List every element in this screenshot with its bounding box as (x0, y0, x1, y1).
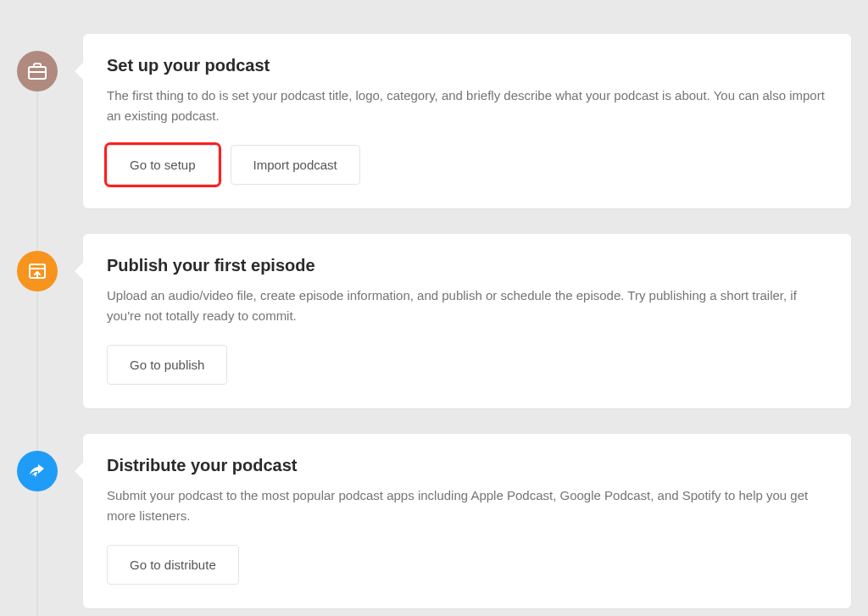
import-podcast-button[interactable]: Import podcast (231, 145, 360, 185)
go-to-distribute-button[interactable]: Go to distribute (107, 545, 239, 585)
step-publish: Publish your first episode Upload an aud… (17, 234, 851, 408)
setup-card-actions: Go to setup Import podcast (107, 145, 827, 185)
share-icon (17, 451, 58, 491)
go-to-publish-button[interactable]: Go to publish (107, 345, 227, 385)
setup-card-description: The first thing to do is set your podcas… (107, 86, 827, 126)
step-setup: Set up your podcast The first thing to d… (17, 34, 851, 208)
upload-icon (17, 251, 58, 291)
setup-card: Set up your podcast The first thing to d… (83, 34, 851, 208)
distribute-card: Distribute your podcast Submit your podc… (83, 434, 851, 608)
distribute-card-title: Distribute your podcast (107, 456, 827, 475)
publish-card-title: Publish your first episode (107, 256, 827, 275)
publish-card: Publish your first episode Upload an aud… (83, 234, 851, 408)
briefcase-icon (17, 51, 58, 92)
publish-card-actions: Go to publish (107, 345, 827, 385)
publish-card-description: Upload an audio/video file, create episo… (107, 286, 827, 326)
setup-card-title: Set up your podcast (107, 56, 827, 75)
go-to-setup-button[interactable]: Go to setup (107, 145, 219, 185)
onboarding-steps: Set up your podcast The first thing to d… (0, 0, 868, 616)
distribute-card-description: Submit your podcast to the most popular … (107, 486, 827, 526)
step-distribute: Distribute your podcast Submit your podc… (17, 434, 851, 608)
steps-list: Set up your podcast The first thing to d… (17, 34, 851, 608)
distribute-card-actions: Go to distribute (107, 545, 827, 585)
